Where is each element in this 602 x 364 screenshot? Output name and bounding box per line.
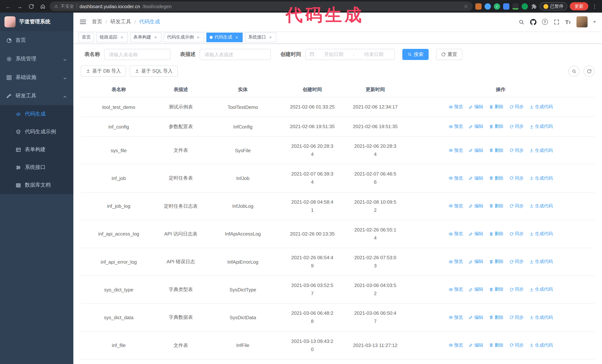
preview-link[interactable]: 预览 xyxy=(449,231,463,237)
preview-link[interactable]: 预览 xyxy=(449,203,463,209)
address-bar[interactable]: ⚠ 不安全 dashboard.yudao.iocoder.cn /tool/c… xyxy=(50,1,473,11)
generate-code-link[interactable]: 生成代码 xyxy=(530,175,553,181)
sidebar-item-dev-tools[interactable]: 研发工具 xyxy=(0,87,73,105)
close-icon[interactable]: × xyxy=(119,35,124,40)
generate-code-link[interactable]: 生成代码 xyxy=(530,147,553,154)
close-icon[interactable]: × xyxy=(196,35,201,40)
extension-icon-dark[interactable] xyxy=(512,3,519,10)
delete-link[interactable]: 删除 xyxy=(489,342,504,348)
sync-link[interactable]: 同步 xyxy=(509,259,524,265)
help-icon[interactable]: ? xyxy=(542,19,548,25)
delete-link[interactable]: 删除 xyxy=(489,259,504,265)
tab-trace[interactable]: 链路追踪 × xyxy=(96,32,128,42)
close-icon[interactable]: × xyxy=(234,35,239,40)
preview-link[interactable]: 预览 xyxy=(449,175,463,181)
sidebar-item-system-api[interactable]: 系统接口 xyxy=(0,158,73,176)
sync-link[interactable]: 同步 xyxy=(509,175,524,181)
delete-link[interactable]: 删除 xyxy=(489,314,504,321)
preview-link[interactable]: 预览 xyxy=(449,342,463,348)
sync-link[interactable]: 同步 xyxy=(509,342,524,348)
edit-link[interactable]: 编辑 xyxy=(469,104,483,110)
generate-code-link[interactable]: 生成代码 xyxy=(530,104,553,110)
search-icon[interactable] xyxy=(518,19,524,25)
sidebar-item-home[interactable]: 首页 xyxy=(0,31,73,50)
date-range-picker[interactable]: 开始日期 - 结束日期 xyxy=(305,49,395,60)
fullscreen-icon[interactable] xyxy=(553,19,559,25)
sidebar-item-form-builder[interactable]: 表单构建 xyxy=(0,141,73,158)
bookmark-icon[interactable]: ☆ xyxy=(464,3,468,9)
table-desc-input[interactable] xyxy=(200,49,271,60)
logo-row[interactable]: 芋道管理系统 xyxy=(0,13,73,31)
generate-code-link[interactable]: 生成代码 xyxy=(530,286,553,293)
generate-code-link[interactable]: 生成代码 xyxy=(530,124,553,130)
breadcrumb-item-home[interactable]: 首页 xyxy=(92,19,102,25)
tab-home[interactable]: 首页 xyxy=(78,32,94,42)
tab-codegen-example[interactable]: 代码生成示例 × xyxy=(164,32,204,42)
edit-link[interactable]: 编辑 xyxy=(469,314,483,321)
import-sql-button[interactable]: 基于 SQL 导入 xyxy=(130,65,178,77)
extension-icon-leaf[interactable] xyxy=(522,3,528,10)
preview-link[interactable]: 预览 xyxy=(449,147,463,154)
sync-link[interactable]: 同步 xyxy=(509,286,524,293)
github-icon[interactable] xyxy=(530,19,536,25)
preview-link[interactable]: 预览 xyxy=(449,286,463,293)
extension-icon-green-check[interactable]: ✓ xyxy=(494,3,500,10)
refresh-button[interactable] xyxy=(583,65,595,77)
sync-link[interactable]: 同步 xyxy=(509,124,524,130)
edit-link[interactable]: 编辑 xyxy=(469,342,483,348)
user-avatar[interactable] xyxy=(576,16,588,27)
edit-link[interactable]: 编辑 xyxy=(469,147,483,154)
sidebar-item-codegen-example[interactable]: 代码生成示例 xyxy=(0,123,73,141)
edit-link[interactable]: 编辑 xyxy=(469,175,483,181)
browser-menu-icon[interactable]: ⋮ xyxy=(591,3,598,9)
edit-link[interactable]: 编辑 xyxy=(469,286,483,293)
reload-icon[interactable] xyxy=(27,2,36,11)
sync-link[interactable]: 同步 xyxy=(509,147,524,154)
home-icon[interactable] xyxy=(38,2,47,11)
sync-link[interactable]: 同步 xyxy=(509,104,524,110)
reset-button[interactable]: 重置 xyxy=(436,49,462,60)
preview-link[interactable]: 预览 xyxy=(449,314,463,321)
extensions-puzzle-icon[interactable] xyxy=(531,3,537,10)
generate-code-link[interactable]: 生成代码 xyxy=(530,314,553,321)
delete-link[interactable]: 删除 xyxy=(489,124,504,130)
update-button[interactable]: 更新 xyxy=(570,2,588,10)
edit-link[interactable]: 编辑 xyxy=(469,231,483,237)
sidebar-item-infrastructure[interactable]: 基础设施 xyxy=(0,68,73,87)
delete-link[interactable]: 删除 xyxy=(489,286,504,293)
tab-system-api[interactable]: 系统接口 × xyxy=(245,32,276,42)
sync-link[interactable]: 同步 xyxy=(509,203,524,209)
generate-code-link[interactable]: 生成代码 xyxy=(530,259,553,265)
extension-icon-orange[interactable] xyxy=(475,3,482,10)
font-size-icon[interactable]: TT xyxy=(565,19,571,25)
tab-form-builder[interactable]: 表单构建 × xyxy=(130,32,161,42)
generate-code-link[interactable]: 生成代码 xyxy=(530,231,553,237)
search-button[interactable]: 搜索 xyxy=(402,49,429,60)
close-icon[interactable]: × xyxy=(153,35,158,40)
chevron-down-icon[interactable] xyxy=(593,21,596,23)
breadcrumb-item-dev-tools[interactable]: 研发工具 xyxy=(110,19,131,25)
extension-icon-users[interactable] xyxy=(503,3,509,10)
hamburger-icon[interactable] xyxy=(79,18,87,26)
preview-link[interactable]: 预览 xyxy=(449,124,463,130)
edit-link[interactable]: 编辑 xyxy=(469,203,483,209)
delete-link[interactable]: 删除 xyxy=(489,104,504,110)
security-label[interactable]: 不安全 xyxy=(61,3,74,10)
delete-link[interactable]: 删除 xyxy=(489,147,504,154)
edit-link[interactable]: 编辑 xyxy=(469,124,483,130)
sidebar-item-db-doc[interactable]: 数据库文档 xyxy=(0,176,73,194)
back-icon[interactable]: ← xyxy=(4,2,13,11)
sidebar-item-codegen[interactable]: 代码生成 xyxy=(0,105,73,123)
generate-code-link[interactable]: 生成代码 xyxy=(530,342,553,348)
import-db-button[interactable]: 基于 DB 导入 xyxy=(81,65,126,77)
tab-codegen[interactable]: 代码生成 × xyxy=(206,32,243,42)
generate-code-link[interactable]: 生成代码 xyxy=(530,203,553,209)
edit-link[interactable]: 编辑 xyxy=(469,259,483,265)
paused-badge[interactable]: 已暂停 xyxy=(540,2,567,10)
delete-link[interactable]: 删除 xyxy=(489,203,504,209)
preview-link[interactable]: 预览 xyxy=(449,104,463,110)
preview-link[interactable]: 预览 xyxy=(449,259,463,265)
sync-link[interactable]: 同步 xyxy=(509,231,524,237)
table-name-input[interactable] xyxy=(104,49,171,60)
extension-icon-blue[interactable] xyxy=(484,3,491,10)
